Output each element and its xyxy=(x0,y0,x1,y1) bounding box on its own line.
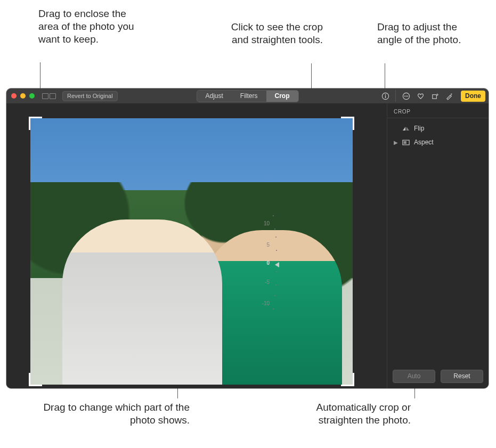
view-mode-icon xyxy=(50,93,56,99)
callout-line xyxy=(311,63,312,89)
svg-rect-9 xyxy=(404,141,406,143)
angle-tick-zero: 0 xyxy=(266,260,270,266)
aspect-icon xyxy=(402,139,410,145)
svg-point-5 xyxy=(405,95,406,96)
crop-handle-top-right[interactable] xyxy=(341,117,354,130)
revert-to-original-button[interactable]: Revert to Original xyxy=(62,91,118,101)
svg-point-1 xyxy=(385,94,386,95)
info-icon[interactable] xyxy=(381,92,389,100)
callout-drag-photo: Drag to change which part of the photo s… xyxy=(42,401,190,427)
callout-crop-tab: Click to see the crop and straighten too… xyxy=(216,21,323,46)
view-mode-icon xyxy=(42,93,48,99)
minimize-window-button[interactable] xyxy=(20,93,26,99)
svg-rect-2 xyxy=(385,95,385,98)
panel-title: CROP xyxy=(387,103,489,118)
aspect-label: Aspect xyxy=(414,139,434,146)
titlebar: Revert to Original Adjust Filters Crop xyxy=(6,88,489,103)
auto-crop-button[interactable]: Auto xyxy=(393,370,435,383)
zoom-window-button[interactable] xyxy=(29,93,35,99)
callout-angle-dial: Drag to adjust the angle of the photo. xyxy=(377,21,478,46)
angle-pointer-icon xyxy=(275,262,279,267)
angle-tick: 5 xyxy=(266,242,270,248)
toolbar-separator xyxy=(395,90,396,102)
crop-handle-bottom-left[interactable] xyxy=(29,373,42,386)
angle-tick: -5 xyxy=(265,279,270,285)
photos-edit-window: Revert to Original Adjust Filters Crop xyxy=(6,88,489,388)
svg-point-4 xyxy=(404,95,405,96)
reset-crop-button[interactable]: Reset xyxy=(441,370,483,383)
angle-tick: -10 xyxy=(262,300,270,306)
straighten-angle-dial[interactable]: 10 5 0 -5 -10 xyxy=(247,210,279,316)
tab-crop[interactable]: Crop xyxy=(266,91,298,102)
crop-handle-bottom-right[interactable] xyxy=(341,373,354,386)
svg-point-6 xyxy=(407,95,408,96)
photo-content xyxy=(62,219,222,385)
edit-mode-tabs: Adjust Filters Crop xyxy=(196,90,298,102)
callout-auto: Automatically crop or straighten the pho… xyxy=(279,401,411,427)
tab-filters[interactable]: Filters xyxy=(232,91,266,102)
flip-icon xyxy=(402,125,410,132)
rotate-icon[interactable] xyxy=(430,92,439,100)
view-mode-toggles[interactable] xyxy=(42,93,56,99)
crop-side-panel: CROP Flip ▶ Aspect xyxy=(387,103,489,388)
done-button[interactable]: Done xyxy=(461,91,485,102)
auto-enhance-icon[interactable] xyxy=(445,92,453,100)
flip-row[interactable]: Flip xyxy=(387,121,489,135)
favorite-heart-icon[interactable] xyxy=(416,92,425,100)
svg-rect-7 xyxy=(432,94,436,99)
aspect-row[interactable]: ▶ Aspect xyxy=(387,135,489,149)
tab-adjust[interactable]: Adjust xyxy=(197,91,231,102)
more-icon[interactable] xyxy=(402,92,410,100)
canvas-area: 10 5 0 -5 -10 xyxy=(6,103,387,388)
flip-label: Flip xyxy=(414,125,424,132)
window-traffic-lights xyxy=(11,93,35,99)
close-window-button[interactable] xyxy=(11,93,17,99)
crop-handle-top-left[interactable] xyxy=(29,117,42,130)
photo-crop-frame[interactable] xyxy=(30,118,353,385)
callout-crop-area: Drag to enclose the area of the photo yo… xyxy=(38,7,145,46)
angle-tick: 10 xyxy=(264,221,270,226)
chevron-right-icon: ▶ xyxy=(394,140,398,145)
